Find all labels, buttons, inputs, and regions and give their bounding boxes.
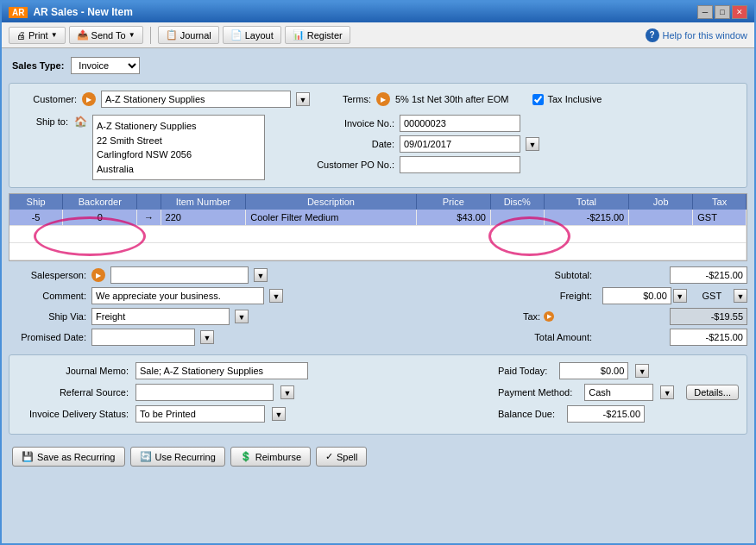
layout-button[interactable]: 📄 Layout <box>223 26 281 44</box>
main-content: Sales Type: Invoice Customer: ▶ ▼ Terms:… <box>2 48 754 545</box>
gst-label: GST <box>702 291 722 301</box>
tax-inclusive-checkbox[interactable] <box>532 94 544 105</box>
tax-value <box>670 308 747 325</box>
customer-input[interactable] <box>101 91 291 108</box>
title-bar: AR AR Sales - New Item ─ □ ✕ <box>2 2 754 22</box>
comment-dropdown-arrow[interactable]: ▼ <box>269 289 283 303</box>
ship-via-input[interactable] <box>91 308 230 325</box>
items-table-container: Ship Backorder Item Number Description P… <box>9 193 747 261</box>
ship-to-map-icon[interactable]: 🏠 <box>73 115 87 128</box>
invoice-details-section: Invoice No.: Date: ▼ Customer PO No.: <box>308 115 539 180</box>
spell-icon: ✓ <box>325 451 333 462</box>
customer-label: Customer: <box>16 94 77 104</box>
ship-to-line1: A-Z Stationery Supplies <box>97 119 261 134</box>
invoice-po-label: Customer PO No.: <box>308 160 394 170</box>
paid-today-dropdown-arrow[interactable]: ▼ <box>635 364 649 378</box>
bottom-buttons-bar: 💾 Save as Recurring 🔄 Use Recurring 💲 Re… <box>9 442 747 472</box>
payment-method-row: Payment Method: ▼ Details... <box>498 384 740 401</box>
journal-memo-label: Journal Memo: <box>16 366 129 376</box>
promised-date-label: Promised Date: <box>9 332 86 342</box>
freight-dropdown-arrow[interactable]: ▼ <box>673 289 687 303</box>
referral-input[interactable] <box>135 384 274 401</box>
comment-label: Comment: <box>9 291 86 301</box>
comment-input[interactable] <box>91 287 264 304</box>
table-empty-row-2 <box>9 243 747 260</box>
ship-to-section: Ship to: 🏠 A-Z Stationery Supplies 22 Sm… <box>16 115 265 180</box>
col-tax: Tax <box>693 194 747 210</box>
register-button[interactable]: 📊 Register <box>285 26 350 44</box>
terms-label: Terms: <box>343 94 371 104</box>
print-icon: 🖨 <box>16 30 26 41</box>
send-to-button[interactable]: 📤 Send To ▼ <box>69 26 143 44</box>
delivery-status-row: Invoice Delivery Status: ▼ <box>16 405 481 423</box>
left-fields-section: Salesperson: ▶ ▼ Comment: ▼ Ship Via: ▼ … <box>9 266 514 349</box>
referral-dropdown-arrow[interactable]: ▼ <box>280 385 294 399</box>
memo-left: Journal Memo: Referral Source: ▼ Invoice… <box>16 362 481 427</box>
referral-row: Referral Source: ▼ <box>16 384 481 401</box>
salesperson-input[interactable] <box>110 266 249 284</box>
invoice-po-row: Customer PO No.: <box>308 156 539 173</box>
window-title: AR Sales - New Item <box>33 6 132 18</box>
journal-button[interactable]: 📋 Journal <box>158 26 219 44</box>
cell-arrow[interactable]: → <box>137 210 161 226</box>
col-item-number: Item Number <box>161 194 246 210</box>
layout-icon: 📄 <box>230 29 243 41</box>
details-button[interactable]: Details... <box>686 385 739 400</box>
freight-value[interactable] <box>602 287 671 304</box>
delivery-status-label: Invoice Delivery Status: <box>16 409 129 419</box>
send-dropdown-arrow[interactable]: ▼ <box>129 31 135 39</box>
customer-section: Customer: ▶ ▼ <box>16 91 310 108</box>
cell-ship: -5 <box>9 210 63 226</box>
ship-to-line4: Australia <box>97 162 261 177</box>
journal-memo-input[interactable] <box>135 362 308 379</box>
print-dropdown-arrow[interactable]: ▼ <box>51 31 58 39</box>
col-arrow <box>137 194 161 210</box>
col-job: Job <box>629 194 693 210</box>
freight-input-group: ▼ <box>602 287 687 304</box>
print-button[interactable]: 🖨 Print ▼ <box>9 27 66 44</box>
promised-date-dropdown-arrow[interactable]: ▼ <box>200 330 214 344</box>
salesperson-nav-arrow[interactable]: ▶ <box>91 268 105 282</box>
customer-terms-row: Customer: ▶ ▼ Terms: ▶ 5% 1st Net 30th a… <box>16 91 740 108</box>
help-button[interactable]: ? Help for this window <box>646 28 747 42</box>
close-button[interactable]: ✕ <box>732 5 747 19</box>
journal-memo-row: Journal Memo: <box>16 362 481 379</box>
paid-today-input[interactable] <box>559 362 628 379</box>
tax-info-icon[interactable]: ▶ <box>544 311 554 322</box>
balance-due-row: Balance Due: <box>498 405 740 423</box>
reimburse-icon: 💲 <box>240 451 252 462</box>
payment-method-input[interactable] <box>584 384 653 401</box>
save-recurring-button[interactable]: 💾 Save as Recurring <box>12 447 125 467</box>
ship-via-label: Ship Via: <box>9 311 86 322</box>
minimize-button[interactable]: ─ <box>697 5 713 19</box>
help-icon: ? <box>646 28 659 42</box>
cell-job <box>629 210 693 226</box>
terms-section: Terms: ▶ 5% 1st Net 30th after EOM <box>343 92 508 106</box>
salesperson-dropdown-arrow[interactable]: ▼ <box>254 268 268 282</box>
invoice-date-row: Date: ▼ <box>308 135 539 153</box>
customer-nav-arrow[interactable]: ▶ <box>82 92 96 106</box>
cell-backorder: 0 <box>63 210 137 226</box>
gst-dropdown-arrow[interactable]: ▼ <box>734 289 747 303</box>
reimburse-button[interactable]: 💲 Reimburse <box>230 447 311 467</box>
cell-tax: GST <box>693 210 747 226</box>
sales-type-select[interactable]: Invoice <box>71 57 140 74</box>
date-picker-arrow[interactable]: ▼ <box>526 137 539 151</box>
memo-inner: Journal Memo: Referral Source: ▼ Invoice… <box>16 362 740 427</box>
invoice-date-input[interactable] <box>400 135 520 153</box>
invoice-po-input[interactable] <box>400 156 520 173</box>
memo-section: Journal Memo: Referral Source: ▼ Invoice… <box>9 354 747 435</box>
customer-dropdown-arrow[interactable]: ▼ <box>296 92 310 106</box>
spell-button[interactable]: ✓ Spell <box>316 447 367 467</box>
promised-date-input[interactable] <box>91 329 195 346</box>
ship-via-dropdown-arrow[interactable]: ▼ <box>235 310 249 323</box>
delivery-status-input[interactable] <box>135 405 265 423</box>
delivery-dropdown-arrow[interactable]: ▼ <box>272 407 286 421</box>
use-recurring-button[interactable]: 🔄 Use Recurring <box>130 447 225 467</box>
invoice-no-input[interactable] <box>400 115 520 132</box>
payment-method-dropdown-arrow[interactable]: ▼ <box>660 385 674 399</box>
maximize-button[interactable]: □ <box>715 5 730 19</box>
terms-nav-arrow[interactable]: ▶ <box>376 92 390 106</box>
tax-row: Tax: ▶ <box>523 308 747 325</box>
tax-inclusive-section: Tax Inclusive <box>532 94 602 105</box>
